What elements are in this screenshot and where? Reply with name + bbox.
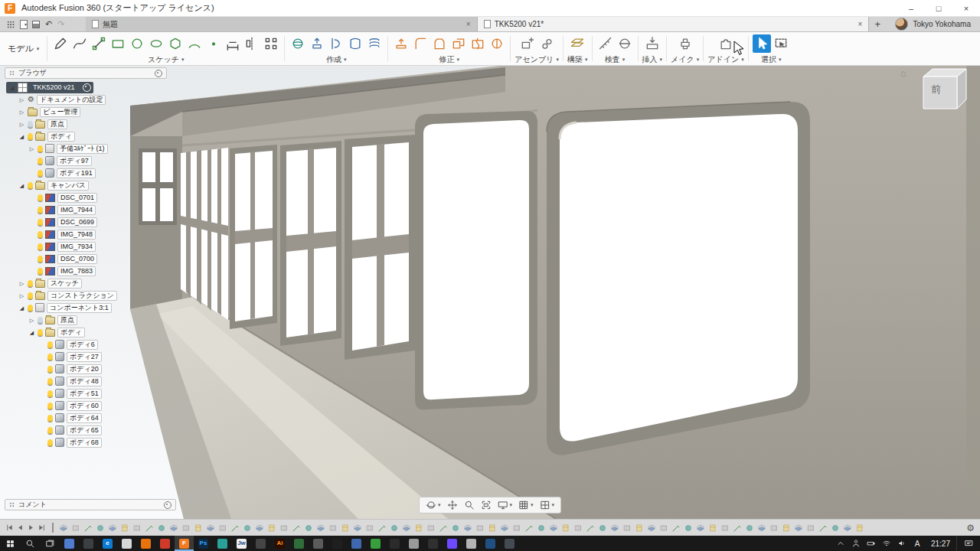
section-tool-button[interactable] xyxy=(616,34,634,53)
timeline-prev-button[interactable] xyxy=(16,521,24,535)
timeline-feature-icon[interactable] xyxy=(733,523,742,533)
minimize-button[interactable]: – xyxy=(897,0,925,16)
expander-closed-icon[interactable]: ▷ xyxy=(18,109,25,115)
pattern-tool-button[interactable] xyxy=(262,34,280,53)
layout-nav-button[interactable]: ▾ xyxy=(540,500,555,510)
ellipse-tool-button[interactable] xyxy=(147,34,165,53)
visibility-bulb-icon[interactable] xyxy=(38,256,43,262)
collapse-panel-icon[interactable] xyxy=(164,501,172,509)
timeline-feature-icon[interactable] xyxy=(132,523,142,533)
visibility-bulb-icon[interactable] xyxy=(47,378,53,385)
browser-tree-row[interactable]: IMG_7934 xyxy=(5,240,167,253)
visibility-bulb-icon[interactable] xyxy=(38,243,43,250)
visibility-bulb-icon[interactable] xyxy=(28,305,33,311)
revolve-tool-button[interactable] xyxy=(327,34,345,53)
timeline-feature-icon[interactable] xyxy=(181,523,191,533)
timeline-feature-icon[interactable] xyxy=(757,523,766,533)
account-name[interactable]: Tokyo Yokohama xyxy=(913,20,971,28)
timeline-feature-icon[interactable] xyxy=(610,523,619,533)
timeline-feature-icon[interactable] xyxy=(292,523,301,533)
taskbar-app-icon[interactable] xyxy=(309,536,328,551)
timeline-feature-icon[interactable] xyxy=(353,523,362,533)
timeline-feature-icon[interactable] xyxy=(500,523,509,533)
browser-tree-row[interactable]: DSC_0701 xyxy=(5,191,167,204)
timeline-feature-icon[interactable] xyxy=(831,523,840,533)
appearance-tool-button[interactable] xyxy=(488,34,506,53)
drag-grip-icon[interactable] xyxy=(9,502,15,507)
expander-closed-icon[interactable]: ▷ xyxy=(28,318,35,323)
timeline-feature-icon[interactable] xyxy=(659,523,668,533)
toolbar-group-dropdown[interactable]: 挿入▾ xyxy=(642,54,663,65)
visibility-bulb-icon[interactable] xyxy=(47,341,53,348)
toolbar-group-dropdown[interactable]: スケッチ▾ xyxy=(148,54,184,65)
expander-open-icon[interactable]: ◢ xyxy=(28,330,35,335)
timeline-feature-icon[interactable] xyxy=(255,523,264,533)
visibility-bulb-icon[interactable] xyxy=(28,280,33,287)
pencil-tool-button[interactable] xyxy=(51,34,70,53)
visibility-bulb-icon[interactable] xyxy=(47,427,53,434)
browser-tree-row[interactable]: ボディ51 xyxy=(5,387,167,399)
expander-open-icon[interactable]: ◢ xyxy=(18,134,25,139)
insert-tool-button[interactable] xyxy=(643,34,662,53)
timeline-feature-icon[interactable] xyxy=(537,523,546,533)
timeline-feature-icon[interactable] xyxy=(267,523,276,533)
timeline-feature-icon[interactable] xyxy=(71,523,80,533)
visibility-bulb-icon[interactable] xyxy=(38,329,43,336)
timeline-feature-icon[interactable] xyxy=(218,523,227,533)
grid-nav-button[interactable]: ▾ xyxy=(518,500,534,510)
visibility-bulb-icon[interactable] xyxy=(47,366,53,373)
activate-target-icon[interactable] xyxy=(83,83,91,92)
browser-tree-row[interactable]: ボディ6 xyxy=(5,338,167,350)
timeline-feature-icon[interactable] xyxy=(206,523,215,533)
timeline-feature-icon[interactable] xyxy=(708,523,717,533)
browser-tree-row[interactable]: ◢ボディ xyxy=(5,130,167,142)
toolbar-group-dropdown[interactable]: メイク▾ xyxy=(671,54,699,65)
task-view-button[interactable] xyxy=(40,536,60,551)
taskbar-app-icon[interactable] xyxy=(385,536,404,551)
viewcube-front-face-label[interactable]: 前 xyxy=(931,83,941,96)
arc-tool-button[interactable] xyxy=(185,34,204,53)
timeline-feature-icon[interactable] xyxy=(304,523,313,533)
press-pull-tool-button[interactable] xyxy=(392,34,410,53)
timeline-feature-icon[interactable] xyxy=(414,523,423,533)
taskbar-app-icon[interactable] xyxy=(404,536,423,551)
timeline-feature-icon[interactable] xyxy=(120,523,129,533)
3d-viewport[interactable]: ⌂ 前 ブラウザ ◢TKK5200 v21▷⚙ドキュメントの設定▷ビュー管理▷原… xyxy=(0,66,980,519)
expander-open-icon[interactable]: ◢ xyxy=(8,85,15,90)
timeline-feature-icon[interactable] xyxy=(524,523,534,533)
timeline-feature-icon[interactable] xyxy=(108,523,117,533)
timeline-feature-icon[interactable] xyxy=(782,523,791,533)
pan-nav-button[interactable] xyxy=(446,500,457,510)
browser-tree-row[interactable]: ボディ20 xyxy=(5,363,167,375)
tab-close-icon[interactable]: × xyxy=(858,20,863,28)
timeline-feature-icon[interactable] xyxy=(671,523,681,533)
redo-button[interactable]: ↷ xyxy=(57,20,64,28)
rect-tool-button[interactable] xyxy=(109,34,127,53)
visibility-bulb-icon[interactable] xyxy=(28,121,33,128)
visibility-bulb-icon[interactable] xyxy=(28,182,33,189)
shell-tool-button[interactable] xyxy=(430,34,449,53)
select-tool-button[interactable] xyxy=(753,34,771,53)
visibility-bulb-icon[interactable] xyxy=(38,219,43,226)
browser-tree-row[interactable]: ▷スケッチ xyxy=(5,277,167,289)
timeline-feature-icon[interactable] xyxy=(843,523,852,533)
timeline-feature-icon[interactable] xyxy=(157,523,166,533)
taskbar-app-icon[interactable] xyxy=(155,536,175,551)
joint-tool-button[interactable] xyxy=(537,34,556,53)
browser-tree-row[interactable]: ボディ65 xyxy=(5,424,167,436)
visibility-bulb-icon[interactable] xyxy=(47,415,53,422)
undo-button[interactable]: ↶ xyxy=(45,20,52,28)
taskbar-app-fusion-active[interactable]: F xyxy=(175,536,194,551)
app-grid-icon[interactable] xyxy=(7,21,15,28)
browser-tree-row[interactable]: ▷⚙ドキュメントの設定 xyxy=(5,93,167,106)
timeline-feature-icon[interactable] xyxy=(145,523,154,533)
timeline-feature-icon[interactable] xyxy=(230,523,240,533)
browser-tree-row[interactable]: IMG_7883 xyxy=(5,265,167,277)
taskbar-app-icon[interactable]: e xyxy=(98,536,117,551)
expander-closed-icon[interactable]: ▷ xyxy=(28,146,35,152)
workspace-dropdown[interactable]: モデル▾ xyxy=(0,32,47,65)
timeline-feature-icon[interactable] xyxy=(561,523,570,533)
visibility-bulb-icon[interactable] xyxy=(47,439,53,446)
visibility-bulb-icon[interactable] xyxy=(38,158,43,165)
orbit-nav-button[interactable]: ▾ xyxy=(426,500,441,510)
